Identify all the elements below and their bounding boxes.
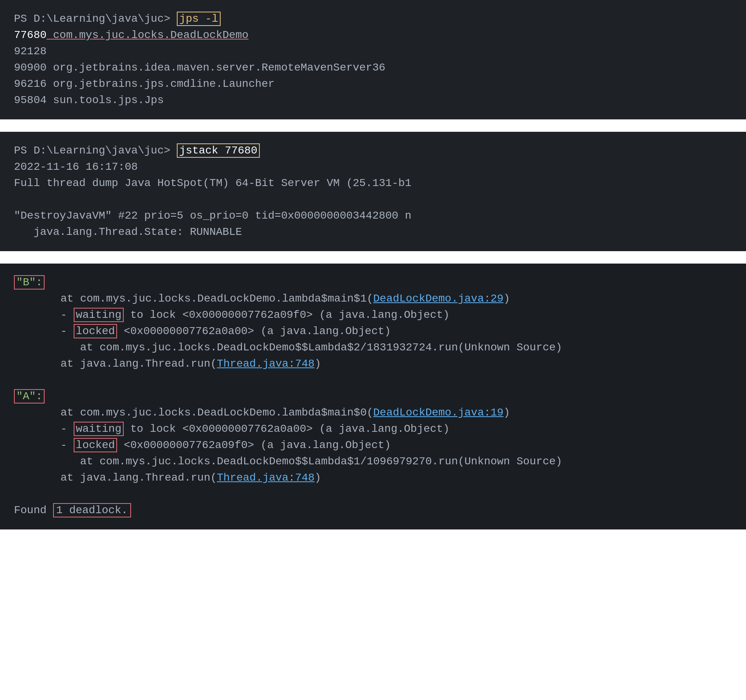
block2-fulldump: Full thread dump Java HotSpot(TM) 64-Bit… [14,175,732,191]
thread-b-dash1: - [60,309,74,321]
terminal-block-3: "B": at com.mys.juc.locks.DeadLockDemo.l… [0,264,746,529]
thread-b-at1-end: ) [504,293,510,305]
thread-b-line4: at com.mys.juc.locks.DeadLockDemo$$Lambd… [14,340,732,356]
thread-b-waiting: waiting [74,308,124,322]
thread-b-locked: locked [74,324,117,338]
block1-line2: 92128 [14,43,732,60]
thread-b-locked-text: <0x00000007762a0a00> (a java.lang.Object… [117,325,391,337]
thread-b-run: at java.lang.Thread.run( [60,358,217,370]
pid2: 92128 [14,45,47,57]
thread-b-line1: at com.mys.juc.locks.DeadLockDemo.lambda… [14,291,732,307]
thread-b-run-end: ) [314,358,321,370]
block2-state: java.lang.Thread.State: RUNNABLE [14,224,732,240]
block2-empty [14,191,732,208]
thread-b-empty [14,372,732,388]
thread-b-line2: - waiting to lock <0x00000007762a09f0> (… [14,307,732,323]
thread-a-run: at java.lang.Thread.run( [60,472,217,484]
block1-line3: 90900 org.jetbrains.idea.maven.server.Re… [14,60,732,76]
thread-a-line4: at com.mys.juc.locks.DeadLockDemo$$Lambd… [14,453,732,470]
block1-line4: 96216 org.jetbrains.jps.cmdline.Launcher [14,76,732,92]
cmd1: jps -l [177,12,221,26]
pid5: 95804 sun.tools.jps.Jps [14,94,164,106]
cmd2: jstack 77680 [177,143,260,158]
thread-a-link5[interactable]: Thread.java:748 [217,472,314,484]
thread-a-waiting-text: to lock <0x00000007762a0a00> (a java.lan… [124,423,449,435]
thread-b-at1: at com.mys.juc.locks.DeadLockDemo.lambda… [60,293,373,305]
block1-line5: 95804 sun.tools.jps.Jps [14,92,732,109]
thread-a-at1: at com.mys.juc.locks.DeadLockDemo.lambda… [60,407,373,419]
thread-a-dash1: - [60,423,74,435]
block1-line1: 77680 com.mys.juc.locks.DeadLockDemo [14,27,732,43]
thread-a-line1: at com.mys.juc.locks.DeadLockDemo.lambda… [14,405,732,421]
thread-a-name: "A": [14,388,732,405]
thread-b-link1[interactable]: DeadLockDemo.java:29 [373,293,504,305]
found-text: Found [14,504,53,516]
thread-a-locked-text: <0x00000007762a09f0> (a java.lang.Object… [117,439,391,451]
thread-a-run-end: ) [314,472,321,484]
thread-b-name: "B": [14,274,732,291]
pid3: 90900 org.jetbrains.idea.maven.server.Re… [14,62,385,74]
thread-a-link1[interactable]: DeadLockDemo.java:19 [373,407,504,419]
thread-b-waiting-text: to lock <0x00000007762a09f0> (a java.lan… [124,309,449,321]
terminal-block-1: PS D:\Learning\java\juc> jps -l 77680 co… [0,0,746,119]
found-box: 1 deadlock. [53,503,131,517]
pid1: 77680 [14,29,47,41]
class1: com.mys.juc.locks.DeadLockDemo [47,29,249,41]
thread-a-label: "A": [14,389,45,403]
thread-a-line3: - locked <0x00000007762a09f0> (a java.la… [14,437,732,453]
found-deadlock-line: Found 1 deadlock. [14,502,732,519]
block2-date: 2022-11-16 16:17:08 [14,159,732,175]
thread-b-line5: at java.lang.Thread.run(Thread.java:748) [14,356,732,372]
pid4: 96216 org.jetbrains.jps.cmdline.Launcher [14,78,275,90]
block2-prompt-line: PS D:\Learning\java\juc> jstack 77680 [14,143,732,159]
thread-a-locked: locked [74,438,117,452]
thread-b-label: "B": [14,275,45,290]
thread-a-waiting: waiting [74,422,124,436]
terminal-block-2: PS D:\Learning\java\juc> jstack 77680 20… [0,132,746,251]
thread-a-line5: at java.lang.Thread.run(Thread.java:748) [14,470,732,486]
thread-a-line2: - waiting to lock <0x00000007762a0a00> (… [14,421,732,437]
thread-a-at1-end: ) [504,407,510,419]
thread-a-empty [14,486,732,502]
thread-b-line3: - locked <0x00000007762a0a00> (a java.la… [14,323,732,340]
block1-prompt-line: PS D:\Learning\java\juc> jps -l [14,11,732,27]
thread-b-link5[interactable]: Thread.java:748 [217,358,314,370]
prompt1: PS D:\Learning\java\juc> [14,13,177,25]
block2-thread1: "DestroyJavaVM" #22 prio=5 os_prio=0 tid… [14,208,732,224]
thread-a-dash2: - [60,439,74,451]
thread-b-dash2: - [60,325,74,337]
prompt2: PS D:\Learning\java\juc> [14,145,177,157]
